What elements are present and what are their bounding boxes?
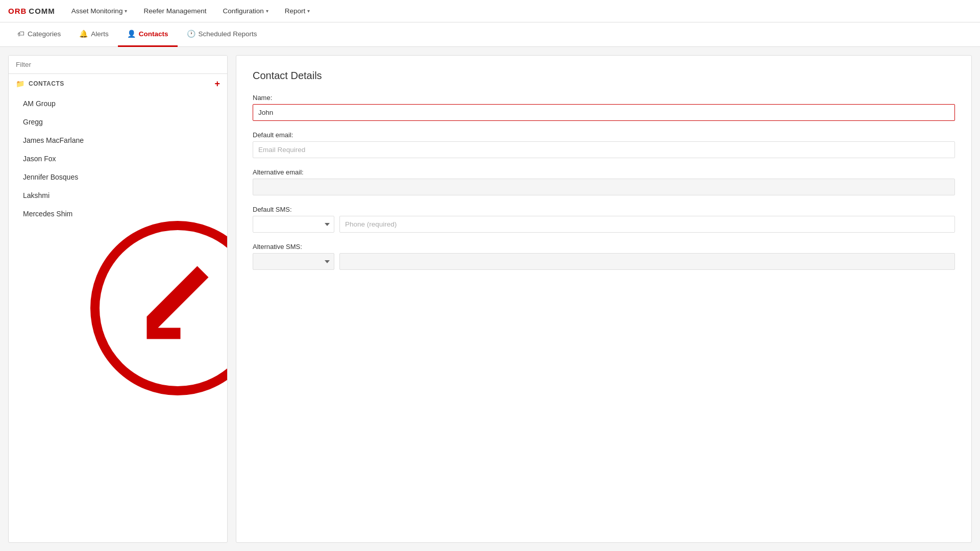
categories-icon: 🏷 xyxy=(17,30,24,38)
contact-details-title: Contact Details xyxy=(253,70,955,82)
brand-orb: ORB xyxy=(8,7,27,15)
brand-logo[interactable]: ORBCOMM xyxy=(8,7,55,15)
alt-sms-row xyxy=(253,253,955,270)
alt-sms-country-select[interactable] xyxy=(253,253,334,270)
contacts-header: 📁 CONTACTS + xyxy=(9,74,227,92)
list-item[interactable]: Gregg xyxy=(9,113,227,131)
tabs-bar: 🏷 Categories 🔔 Alerts 👤 Contacts 🕐 Sched… xyxy=(0,22,980,47)
arrow-overlay xyxy=(86,216,228,400)
alt-email-label: Alternative email: xyxy=(253,168,955,176)
tab-categories[interactable]: 🏷 Categories xyxy=(8,22,70,47)
filter-input[interactable] xyxy=(9,56,227,74)
chevron-down-icon: ▾ xyxy=(125,8,127,14)
default-sms-field-group: Default SMS: xyxy=(253,206,955,233)
add-contact-button[interactable]: + xyxy=(214,79,220,88)
list-item[interactable]: Jason Fox xyxy=(9,149,227,168)
default-email-input[interactable] xyxy=(253,141,955,158)
list-item[interactable]: James MacFarlane xyxy=(9,131,227,149)
navbar: ORBCOMM Asset Monitoring ▾ Reefer Manage… xyxy=(0,0,980,22)
chevron-down-icon: ▾ xyxy=(266,8,268,14)
contacts-icon: 👤 xyxy=(127,30,136,38)
chevron-down-icon: ▾ xyxy=(307,8,310,14)
list-item[interactable]: Jennifer Bosques xyxy=(9,168,227,186)
alt-sms-phone-input[interactable] xyxy=(339,253,955,270)
contacts-header-left: 📁 CONTACTS xyxy=(16,80,64,88)
default-sms-label: Default SMS: xyxy=(253,206,955,213)
alerts-icon: 🔔 xyxy=(79,30,88,38)
tab-scheduled-reports[interactable]: 🕐 Scheduled Reports xyxy=(178,22,266,47)
brand-comm: COMM xyxy=(29,7,55,15)
default-email-label: Default email: xyxy=(253,131,955,139)
alt-email-field-group: Alternative email: xyxy=(253,168,955,195)
tab-contacts[interactable]: 👤 Contacts xyxy=(118,22,178,47)
nav-asset-monitoring[interactable]: Asset Monitoring ▾ xyxy=(65,0,134,22)
name-label: Name: xyxy=(253,94,955,102)
main-content: 📁 CONTACTS + AM Group Gregg James MacFar… xyxy=(0,47,980,551)
name-input[interactable] xyxy=(253,104,955,121)
default-sms-phone-input[interactable] xyxy=(339,216,955,233)
contact-list: AM Group Gregg James MacFarlane Jason Fo… xyxy=(9,92,227,225)
contacts-folder-icon: 📁 xyxy=(16,80,24,88)
nav-configuration[interactable]: Configuration ▾ xyxy=(216,0,274,22)
name-field-group: Name: xyxy=(253,94,955,121)
contact-details-panel: Contact Details Name: Default email: Alt… xyxy=(236,55,972,543)
alt-email-input[interactable] xyxy=(253,179,955,195)
list-item[interactable]: Mercedes Shim xyxy=(9,205,227,223)
list-item[interactable]: Lakshmi xyxy=(9,186,227,205)
nav-report[interactable]: Report ▾ xyxy=(279,0,316,22)
contacts-list-panel: 📁 CONTACTS + AM Group Gregg James MacFar… xyxy=(8,55,228,543)
default-email-field-group: Default email: xyxy=(253,131,955,158)
tab-alerts[interactable]: 🔔 Alerts xyxy=(70,22,118,47)
alt-sms-label: Alternative SMS: xyxy=(253,243,955,251)
scheduled-reports-icon: 🕐 xyxy=(187,30,195,38)
default-sms-row xyxy=(253,216,955,233)
svg-marker-1 xyxy=(146,266,208,339)
nav-reefer-management[interactable]: Reefer Management xyxy=(137,0,212,22)
svg-point-0 xyxy=(95,226,228,391)
list-item[interactable]: AM Group xyxy=(9,94,227,113)
default-sms-country-select[interactable] xyxy=(253,216,334,233)
alt-sms-field-group: Alternative SMS: xyxy=(253,243,955,270)
